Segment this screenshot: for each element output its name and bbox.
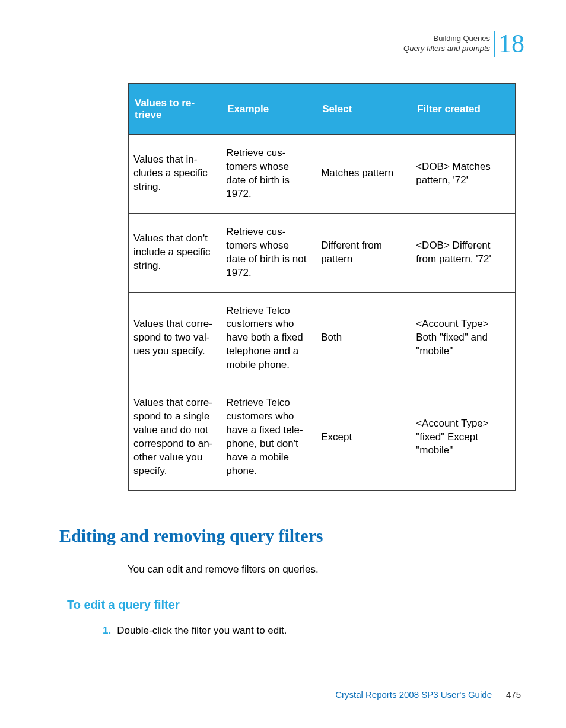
table-cell: Values that don't include a specific str… — [128, 213, 221, 292]
table-cell: Retrieve cus­tomers whose date of birth … — [221, 135, 316, 214]
table-row: Values that corre­spond to a single valu… — [128, 384, 516, 491]
table-cell: <Account Type> "fixed" Except "mobile" — [411, 384, 516, 491]
table-cell: Retrieve cus­tomers whose date of birth … — [221, 213, 316, 292]
table-header-filter: Filter created — [411, 84, 516, 135]
section-intro-text: You can edit and remove filters on queri… — [128, 564, 516, 576]
table-header-row: Values to re­trieve Example Select Filte… — [128, 84, 516, 135]
filter-operators-table: Values to re­trieve Example Select Filte… — [128, 83, 516, 491]
header-text: Building Queries Query filters and promp… — [403, 34, 490, 54]
step-text: Double-click the filter you want to edit… — [117, 625, 287, 637]
table-header-values: Values to re­trieve — [128, 84, 221, 135]
page-footer: Crystal Reports 2008 SP3 User's Guide 47… — [335, 689, 521, 700]
table-row: Values that don't include a specific str… — [128, 213, 516, 292]
table-header-select: Select — [316, 84, 411, 135]
footer-guide-title: Crystal Reports 2008 SP3 User's Guide — [335, 689, 492, 700]
header-line-2: Query filters and prompts — [403, 44, 490, 54]
table-cell: Values that corre­spond to two val­ues y… — [128, 292, 221, 384]
section-heading: Editing and removing query filters — [59, 526, 516, 546]
table-cell: Matches pattern — [316, 135, 411, 214]
table-cell: <DOB> Different from pattern, '72' — [411, 213, 516, 292]
step-number: 1. — [103, 625, 111, 637]
table-cell: Values that in­cludes a specific string. — [128, 135, 221, 214]
table-cell: Different from pattern — [316, 213, 411, 292]
step-item: 1. Double-click the filter you want to e… — [103, 625, 516, 637]
chapter-number: 18 — [494, 31, 524, 57]
table-cell: Retrieve Telco customers who have both a… — [221, 292, 316, 384]
table-cell: Both — [316, 292, 411, 384]
table-cell: Retrieve Telco customers who have a fixe… — [221, 384, 316, 491]
table-cell: Values that corre­spond to a single valu… — [128, 384, 221, 491]
table-row: Values that in­cludes a specific string.… — [128, 135, 516, 214]
page-header: Building Queries Query filters and promp… — [403, 31, 524, 57]
main-content: Values to re­trieve Example Select Filte… — [128, 83, 516, 637]
table-header-example: Example — [221, 84, 316, 135]
header-line-1: Building Queries — [403, 34, 490, 44]
table-cell: <Account Type> Both "fixed" and "mobile" — [411, 292, 516, 384]
table-cell: Except — [316, 384, 411, 491]
footer-page-number: 475 — [506, 689, 521, 700]
section-subheading: To edit a query filter — [67, 598, 516, 612]
table-cell: <DOB> Matches pattern, '72' — [411, 135, 516, 214]
table-row: Values that corre­spond to two val­ues y… — [128, 292, 516, 384]
